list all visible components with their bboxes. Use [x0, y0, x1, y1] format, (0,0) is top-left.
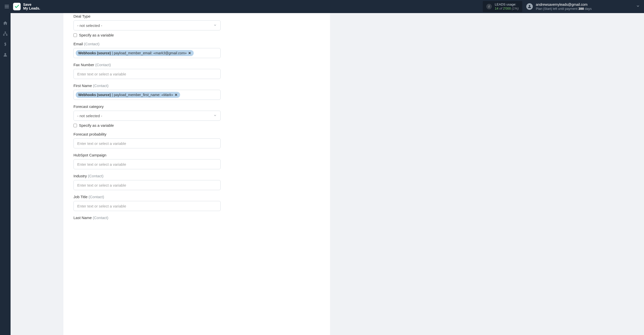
menu-icon[interactable] — [4, 4, 10, 9]
label-lname-text: Last Name — [73, 216, 93, 220]
tag-email-value: «mark3@gmail.com» — [153, 51, 187, 55]
checkbox-label-deal-type: Specify as a variable — [79, 33, 114, 37]
label-fname-text: First Name — [73, 83, 93, 88]
user-plan: Plan |Start| left until payment 388 days — [536, 7, 592, 11]
user-info: andrewsavemyleads@gmail.com Plan |Start|… — [536, 3, 592, 11]
sidebar — [0, 13, 11, 335]
label-jobtitle-sub: (Contact) — [89, 195, 104, 199]
label-lname-sub: (Contact) — [93, 216, 108, 220]
svg-rect-6 — [6, 34, 7, 35]
logo-line2: My Leads. — [23, 7, 40, 10]
user-block[interactable]: andrewsavemyleads@gmail.com Plan |Start|… — [526, 3, 592, 11]
label-email-text: Email — [73, 42, 84, 46]
input-job-title-field[interactable] — [76, 202, 218, 210]
checkbox-row-deal-type: Specify as a variable — [73, 33, 320, 37]
label-fax-number: Fax Number (Contact) — [73, 63, 320, 67]
label-industry-sub: (Contact) — [88, 174, 104, 178]
label-first-name: First Name (Contact) — [73, 83, 320, 88]
logo-icon — [13, 3, 21, 10]
tag-sep: | — [112, 51, 113, 55]
tag-email-source: Webhooks (source) — [78, 51, 111, 55]
field-first-name: First Name (Contact) Webhooks (source) |… — [73, 83, 320, 100]
sidebar-item-home[interactable] — [3, 21, 8, 26]
checkbox-deal-type-variable[interactable] — [73, 33, 77, 37]
tag-fname-source: Webhooks (source) — [78, 93, 111, 97]
svg-rect-4 — [5, 32, 6, 33]
checkbox-row-forecast-category: Specify as a variable — [73, 123, 320, 128]
leads-total: 2'000 — [503, 7, 511, 10]
sidebar-item-account[interactable] — [3, 52, 8, 57]
label-forecast-category: Forecast category — [73, 104, 320, 109]
tag-email-field: payload_member_email: — [114, 51, 152, 55]
tag-fname-field: payload_member_first_name: — [114, 93, 160, 97]
logo-line1: Save — [23, 3, 40, 7]
label-industry-text: Industry — [73, 174, 88, 178]
content-panel: Deal Type - not selected - Specify as a … — [63, 13, 330, 335]
tag-fname-close-icon[interactable]: ✕ — [175, 93, 178, 97]
logo-text: Save My Leads. — [23, 3, 40, 11]
sidebar-item-billing[interactable] — [3, 42, 8, 47]
input-job-title[interactable] — [73, 201, 221, 211]
label-hubspot-campaign: HubSpot Campaign — [73, 153, 320, 157]
field-deal-type: Deal Type - not selected - Specify as a … — [73, 14, 320, 37]
tag-email-close-icon[interactable]: ✕ — [188, 51, 191, 55]
label-job-title: Job Title (Contact) — [73, 195, 320, 199]
header: Save My Leads. i LEADS usage: 14 of 2'00… — [0, 0, 644, 13]
checkbox-label-forecast-category: Specify as a variable — [79, 123, 114, 128]
label-jobtitle-text: Job Title — [73, 195, 89, 199]
tag-email: Webhooks (source) | payload_member_email… — [76, 50, 194, 56]
select-deal-type[interactable]: - not selected - — [73, 20, 221, 30]
sidebar-item-sitemap[interactable] — [3, 31, 8, 36]
logo[interactable]: Save My Leads. — [13, 3, 40, 11]
tag-fname-value: «Mark» — [162, 93, 173, 97]
svg-rect-5 — [3, 34, 5, 35]
tag-first-name: Webhooks (source) | payload_member_first… — [76, 92, 180, 98]
label-email-sub: (Contact) — [84, 42, 100, 46]
header-right: i LEADS usage: 14 of 2'000 (1%) andrewsa… — [483, 1, 640, 12]
label-industry: Industry (Contact) — [73, 174, 320, 178]
leads-usage-text: LEADS usage: 14 of 2'000 (1%) — [495, 3, 519, 10]
field-job-title: Job Title (Contact) — [73, 195, 320, 211]
plan-suffix: days — [584, 7, 592, 11]
input-industry-field[interactable] — [76, 182, 218, 189]
leads-usage-values: 14 of 2'000 (1%) — [495, 7, 519, 11]
leads-percent: (1%) — [512, 7, 518, 10]
label-fax-text: Fax Number — [73, 63, 95, 67]
input-fax-number[interactable] — [73, 69, 221, 79]
plan-prefix: Plan |Start| left until payment — [536, 7, 578, 11]
field-industry: Industry (Contact) — [73, 174, 320, 190]
label-last-name: Last Name (Contact) — [73, 216, 320, 220]
layout: Deal Type - not selected - Specify as a … — [0, 13, 644, 335]
select-deal-type-value: - not selected - — [77, 23, 102, 28]
input-industry[interactable] — [73, 180, 221, 190]
label-fax-sub: (Contact) — [95, 63, 111, 67]
leads-of: of — [499, 7, 502, 10]
input-fax-number-field[interactable] — [76, 70, 218, 78]
field-last-name: Last Name (Contact) — [73, 216, 320, 220]
input-hubspot-campaign-field[interactable] — [76, 161, 218, 168]
field-forecast-category: Forecast category - not selected - Speci… — [73, 104, 320, 128]
input-hubspot-campaign[interactable] — [73, 159, 221, 169]
header-left: Save My Leads. — [4, 3, 40, 11]
chevron-down-icon[interactable] — [636, 4, 640, 9]
chevron-down-icon — [213, 114, 217, 118]
field-email: Email (Contact) Webhooks (source) | payl… — [73, 42, 320, 58]
input-forecast-probability[interactable] — [73, 138, 221, 148]
checkbox-forecast-category-variable[interactable] — [73, 124, 77, 127]
label-email: Email (Contact) — [73, 42, 320, 46]
plan-days: 388 — [578, 7, 584, 11]
field-fax-number: Fax Number (Contact) — [73, 63, 320, 79]
leads-usage-label: LEADS usage: — [495, 3, 519, 7]
chevron-down-icon — [213, 23, 217, 28]
label-forecast-probability: Forecast probability — [73, 132, 320, 136]
svg-point-3 — [529, 5, 530, 7]
svg-point-11 — [5, 53, 6, 55]
input-first-name[interactable]: Webhooks (source) | payload_member_first… — [73, 90, 221, 100]
field-hubspot-campaign: HubSpot Campaign — [73, 153, 320, 169]
input-email[interactable]: Webhooks (source) | payload_member_email… — [73, 48, 221, 58]
leads-used: 14 — [495, 7, 498, 10]
input-forecast-probability-field[interactable] — [76, 140, 218, 147]
leads-usage[interactable]: i LEADS usage: 14 of 2'000 (1%) — [483, 1, 522, 12]
select-forecast-category[interactable]: - not selected - — [73, 111, 221, 121]
select-forecast-category-value: - not selected - — [77, 114, 102, 118]
